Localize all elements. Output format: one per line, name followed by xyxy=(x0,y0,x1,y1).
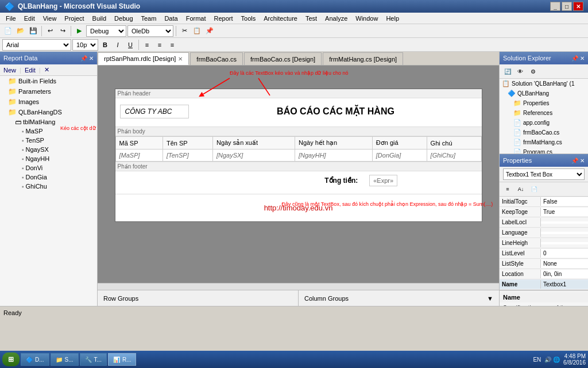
menu-analyze[interactable]: Analyze xyxy=(322,14,351,23)
props-page-button[interactable]: 📄 xyxy=(528,183,540,195)
tab-frmMatHang-design[interactable]: frmMatHang.cs [Design] xyxy=(323,52,403,65)
sol-show-all-button[interactable]: 👁 xyxy=(514,66,526,77)
connection-dropdown[interactable]: OleDb xyxy=(127,25,173,37)
report-data-panel: Report Data 📌 ✕ New | Edit | ✕ 📁 Built-i… xyxy=(0,52,98,306)
run-button[interactable]: ▶ xyxy=(74,25,85,37)
pin-button[interactable]: 📌 ✕ xyxy=(80,55,94,62)
horizontal-scrollbar[interactable] xyxy=(98,283,499,290)
tree-ngaysx[interactable]: ▪ NgaySX xyxy=(0,145,97,154)
cell-masp[interactable]: [MaSP] xyxy=(115,150,163,162)
menu-help[interactable]: Help xyxy=(382,14,403,23)
cell-ghichu[interactable]: [GhiChu] xyxy=(427,150,481,162)
menu-edit[interactable]: Edit xyxy=(21,14,38,23)
sol-frm-mathang[interactable]: 📄 frmMatHang.cs xyxy=(500,137,588,147)
prop-value[interactable]: Textbox1 xyxy=(541,280,588,289)
tree-masp[interactable]: ▪ MaSP xyxy=(0,126,97,136)
sol-solution[interactable]: 📋 Solution 'QLBanHang' (1 xyxy=(500,79,588,89)
sol-project[interactable]: 🔷 QLBanHang xyxy=(500,89,588,98)
maximize-button[interactable]: □ xyxy=(562,2,572,11)
sol-program[interactable]: 📄 Program.cs xyxy=(500,147,588,154)
cut-button[interactable]: ✂ xyxy=(179,25,190,37)
align-center-button[interactable]: ≡ xyxy=(154,39,165,51)
tab-rptSanPham[interactable]: rptSanPham.rdlc [Design] ✕ xyxy=(98,52,189,65)
menu-architecture[interactable]: Architecture xyxy=(260,14,301,23)
tree-label: NgaySX xyxy=(26,146,49,153)
prop-value[interactable]: False xyxy=(541,197,588,206)
prop-value[interactable] xyxy=(541,221,588,224)
tree-ngayhh[interactable]: ▪ NgayHH xyxy=(0,154,97,163)
tab-frmBaoCao-design[interactable]: frmBaoCao.cs [Design] xyxy=(244,52,322,65)
tree-parameters[interactable]: 📁 Parameters xyxy=(0,86,97,97)
sol-frm-baocao[interactable]: 📄 frmBaoCao.cs xyxy=(500,128,588,137)
tree-donvi[interactable]: ▪ DonVi xyxy=(0,163,97,172)
props-pin-button[interactable]: 📌 ✕ xyxy=(571,158,585,164)
fontsize-dropdown[interactable]: 10pt xyxy=(72,39,98,51)
sol-references-folder[interactable]: 📁 References xyxy=(500,108,588,118)
tree-qlbanhangds[interactable]: 📁 QLBanHangDS xyxy=(0,107,97,117)
cell-dongia[interactable]: [DonGia] xyxy=(372,150,427,162)
tab-frmBaoCao-cs[interactable]: frmBaoCao.cs xyxy=(190,52,243,65)
menu-view[interactable]: View xyxy=(40,14,60,23)
prop-value[interactable] xyxy=(541,242,588,244)
tree-tblmathang[interactable]: 🗃 tblMatHang xyxy=(0,117,97,126)
sol-refresh-button[interactable]: 🔄 xyxy=(502,66,513,77)
tree-ghichu[interactable]: ▪ GhiChu xyxy=(0,182,97,191)
tree-tensp[interactable]: ▪ TenSP xyxy=(0,136,97,145)
props-alphabetical-button[interactable]: A↓ xyxy=(515,183,527,195)
company-name-box[interactable]: CÔNG TY ABC xyxy=(120,105,189,118)
menu-data[interactable]: Data xyxy=(161,14,181,23)
sol-properties-folder[interactable]: 📁 Properties xyxy=(500,98,588,108)
new-item-button[interactable]: New xyxy=(2,67,17,74)
underline-button[interactable]: U xyxy=(125,39,136,51)
debug-config-dropdown[interactable]: Debug xyxy=(86,25,126,37)
menu-debug[interactable]: Debug xyxy=(111,14,136,23)
new-project-button[interactable]: 📄 xyxy=(2,25,14,37)
undo-button[interactable]: ↩ xyxy=(44,25,56,37)
menu-project[interactable]: Project xyxy=(61,14,87,23)
properties-object-dropdown[interactable]: Textbox1 Text Box xyxy=(500,167,588,182)
close-panel-button[interactable]: ✕ xyxy=(43,66,51,74)
minimize-button[interactable]: _ xyxy=(550,2,560,11)
menu-window[interactable]: Window xyxy=(352,14,381,23)
cell-tensp[interactable]: [TenSP] xyxy=(163,150,212,162)
cell-ngaysx[interactable]: [NgaySX] xyxy=(212,150,295,162)
font-dropdown[interactable]: Arial xyxy=(2,39,71,51)
save-button[interactable]: 💾 xyxy=(28,25,39,37)
props-categorized-button[interactable]: ≡ xyxy=(502,183,513,195)
prop-value[interactable]: None xyxy=(541,259,588,268)
open-button[interactable]: 📂 xyxy=(15,25,26,37)
menu-report[interactable]: Report xyxy=(211,14,237,23)
prop-value[interactable]: 0in, 0in xyxy=(541,270,588,278)
edit-item-button[interactable]: Edit xyxy=(24,67,37,74)
menu-build[interactable]: Build xyxy=(89,14,110,23)
prop-value[interactable]: 0 xyxy=(541,249,588,258)
menu-test[interactable]: Test xyxy=(302,14,320,23)
tree-built-in-fields[interactable]: 📁 Built-in Fields xyxy=(0,76,97,86)
redo-button[interactable]: ↪ xyxy=(57,25,68,37)
sol-appconfig[interactable]: 📄 app.config xyxy=(500,118,588,128)
tab-close-icon[interactable]: ✕ xyxy=(178,56,183,62)
sol-properties-button[interactable]: ⚙ xyxy=(527,66,539,77)
bold-button[interactable]: B xyxy=(99,39,111,51)
menu-tools[interactable]: Tools xyxy=(238,14,260,23)
paste-button[interactable]: 📌 xyxy=(204,25,215,37)
col-groups-dropdown[interactable]: ▼ xyxy=(487,295,493,302)
align-left-button[interactable]: ≡ xyxy=(141,39,153,51)
props-name-section: Name Specifies the name of the re... xyxy=(500,290,588,306)
prop-value[interactable]: True xyxy=(541,208,588,216)
tree-dongia[interactable]: ▪ DonGia xyxy=(0,172,97,182)
menu-file[interactable]: File xyxy=(2,14,20,23)
properties-object-select[interactable]: Textbox1 Text Box xyxy=(503,168,585,180)
expr-box[interactable]: «Expr» xyxy=(369,175,397,186)
design-canvas[interactable]: Đây là các TextBox kéo vào và nhập dữ li… xyxy=(98,66,499,283)
italic-button[interactable]: I xyxy=(112,39,123,51)
close-button[interactable]: ✕ xyxy=(573,2,583,11)
tree-images[interactable]: 📁 Images xyxy=(0,97,97,107)
copy-button[interactable]: 📋 xyxy=(191,25,203,37)
menu-team[interactable]: Team xyxy=(138,14,160,23)
cell-ngayhh[interactable]: [NgayHH] xyxy=(295,150,372,162)
menu-format[interactable]: Format xyxy=(183,14,210,23)
prop-value[interactable] xyxy=(541,232,588,234)
align-right-button[interactable]: ≡ xyxy=(167,39,178,51)
sol-pin-button[interactable]: 📌 ✕ xyxy=(571,55,585,62)
